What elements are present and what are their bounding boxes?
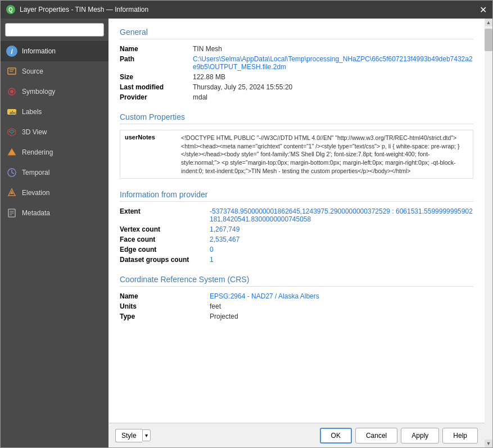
size-value: 122.88 MB [193, 73, 473, 81]
close-button[interactable]: ✕ [480, 4, 487, 15]
modified-row: Last modified Thursday, July 25, 2024 15… [120, 83, 473, 91]
crs-units-label: Units [120, 302, 210, 310]
crs-type-label: Type [120, 313, 210, 320]
svg-point-4 [10, 90, 13, 93]
provider-table: Extent -5373748.9500000001862645,1243975… [120, 207, 473, 264]
crs-title: Coordinate Reference System (CRS) [120, 275, 473, 287]
extent-label: Extent [120, 207, 210, 223]
info-from-provider-title: Information from provider [120, 190, 473, 202]
title-bar: Layer Properties - TIN Mesh — Informatio… [1, 1, 492, 19]
style-button[interactable]: Style [115, 429, 142, 442]
crs-type-value: Projected [210, 313, 238, 320]
app-icon [6, 5, 15, 14]
crs-section: Coordinate Reference System (CRS) Name E… [120, 275, 473, 320]
sidebar-item-source[interactable]: Source [1, 61, 108, 82]
style-btn-group: Style ▾ [115, 429, 151, 442]
cancel-button[interactable]: Cancel [355, 428, 397, 444]
sidebar: i Information Source Symbology [1, 19, 108, 447]
crs-name-row: Name EPSG:2964 - NAD27 / Alaska Albers [120, 292, 473, 300]
elevation-icon [6, 187, 17, 198]
crs-type-row: Type Projected [120, 313, 473, 320]
crs-table: Name EPSG:2964 - NAD27 / Alaska Albers U… [120, 292, 473, 320]
apply-button[interactable]: Apply [401, 428, 439, 444]
user-notes-value: <!DOCTYPE HTML PUBLIC "-//W3C//DTD HTML … [177, 130, 473, 178]
sidebar-items-list: i Information Source Symbology [1, 41, 108, 447]
name-label: Name [120, 45, 193, 53]
sidebar-item-metadata[interactable]: Metadata [1, 203, 108, 223]
help-button[interactable]: Help [442, 428, 478, 444]
svg-line-12 [12, 173, 14, 174]
provider-row: Provider mdal [120, 93, 473, 101]
sidebar-item-label: Elevation [22, 189, 49, 197]
path-label: Path [120, 55, 193, 71]
sidebar-item-label: 3D View [22, 128, 47, 136]
name-value: TIN Mesh [193, 45, 473, 53]
labels-icon: abc [6, 106, 17, 117]
layer-properties-window: Layer Properties - TIN Mesh — Informatio… [0, 0, 493, 448]
custom-properties-section: Custom Properties userNotes <!DOCTYPE HT… [120, 112, 473, 179]
general-table: Name TIN Mesh Path C:\Users\Selma\AppDat… [120, 45, 473, 101]
crs-units-value: feet [210, 302, 221, 310]
ok-button[interactable]: OK [320, 428, 352, 444]
sidebar-item-labels[interactable]: abc Labels [1, 102, 108, 122]
face-row: Face count 2,535,467 [120, 236, 473, 243]
temporal-icon [6, 167, 17, 178]
sidebar-item-information[interactable]: i Information [1, 41, 108, 61]
face-label: Face count [120, 236, 210, 243]
provider-value: mdal [193, 93, 473, 101]
sidebar-item-temporal[interactable]: Temporal [1, 162, 108, 183]
sidebar-item-rendering[interactable]: Rendering [1, 142, 108, 162]
sidebar-item-3dview[interactable]: 3D View [1, 122, 108, 142]
crs-name-label: Name [120, 292, 210, 300]
style-dropdown-button[interactable]: ▾ [142, 429, 151, 441]
path-value[interactable]: C:\Users\Selma\AppData\Local\Temp\proces… [193, 55, 473, 71]
sidebar-item-label: Labels [22, 108, 42, 116]
information-icon: i [6, 46, 17, 57]
info-from-provider-section: Information from provider Extent -537374… [120, 190, 473, 264]
modified-value: Thursday, July 25, 2024 15:55:20 [193, 83, 473, 91]
window-title: Layer Properties - TIN Mesh — Informatio… [20, 6, 148, 13]
sidebar-item-label: Temporal [22, 169, 49, 177]
sidebar-item-label: Rendering [22, 148, 53, 156]
extent-row: Extent -5373748.9500000001862645,1243975… [120, 207, 473, 223]
vertex-label: Vertex count [120, 225, 210, 233]
general-title: General [120, 28, 473, 39]
modified-label: Last modified [120, 83, 193, 91]
user-notes-label: userNotes [120, 130, 177, 178]
face-value: 2,535,467 [210, 236, 239, 243]
symbology-icon [6, 86, 17, 97]
search-input[interactable] [5, 23, 104, 37]
path-row: Path C:\Users\Selma\AppData\Local\Temp\p… [120, 55, 473, 71]
scroll-down-button[interactable]: ▼ [485, 440, 492, 447]
vertical-scrollbar[interactable]: ▲ ▼ [485, 19, 492, 447]
dataset-row: Dataset groups count 1 [120, 256, 473, 264]
provider-label: Provider [120, 93, 193, 101]
sidebar-item-label: Source [22, 67, 43, 75]
size-row: Size 122.88 MB [120, 73, 473, 81]
search-box [5, 23, 104, 37]
edge-label: Edge count [120, 246, 210, 254]
size-label: Size [120, 73, 193, 81]
custom-props-table: userNotes <!DOCTYPE HTML PUBLIC "-//W3C/… [120, 130, 473, 179]
title-bar-left: Layer Properties - TIN Mesh — Informatio… [6, 5, 148, 14]
bottom-bar: Style ▾ OK Cancel Apply Help [108, 423, 485, 447]
rendering-icon [6, 147, 17, 158]
custom-props-title: Custom Properties [120, 112, 473, 124]
sidebar-item-label: Metadata [22, 209, 50, 217]
main-scroll-area[interactable]: General Name TIN Mesh Path C:\Users\Selm… [108, 19, 485, 423]
scroll-up-button[interactable]: ▲ [485, 19, 492, 26]
crs-units-row: Units feet [120, 302, 473, 310]
name-row: Name TIN Mesh [120, 45, 473, 53]
user-notes-row: userNotes <!DOCTYPE HTML PUBLIC "-//W3C/… [120, 130, 473, 178]
dataset-value: 1 [210, 256, 214, 264]
sidebar-item-elevation[interactable]: Elevation [1, 183, 108, 203]
main-layout: i Information Source Symbology [1, 19, 492, 447]
vertex-value: 1,267,749 [210, 225, 239, 233]
edge-row: Edge count 0 [120, 246, 473, 254]
vertex-row: Vertex count 1,267,749 [120, 225, 473, 233]
svg-text:abc: abc [10, 110, 16, 115]
sidebar-item-label: Information [22, 47, 56, 55]
scroll-thumb[interactable] [485, 29, 492, 51]
general-section: General Name TIN Mesh Path C:\Users\Selm… [120, 28, 473, 101]
sidebar-item-symbology[interactable]: Symbology [1, 82, 108, 102]
